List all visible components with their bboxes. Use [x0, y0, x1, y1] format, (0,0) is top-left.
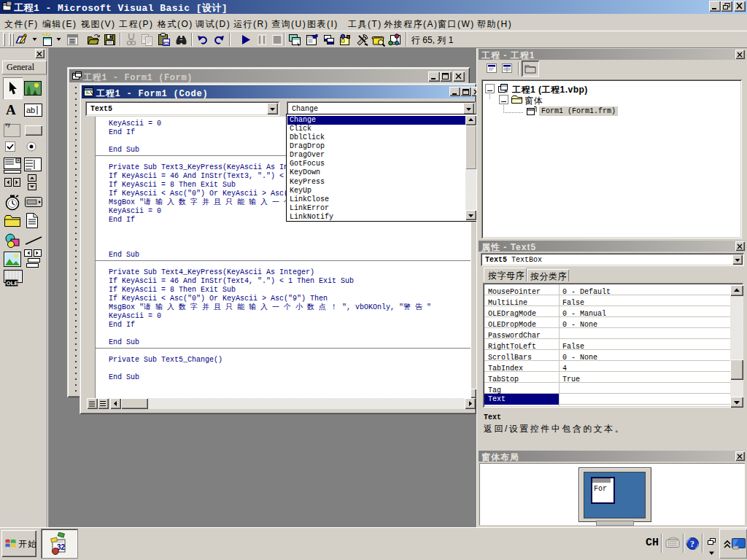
svg-text:?: ? [690, 539, 694, 549]
svg-text:xy: xy [5, 122, 11, 128]
svg-text:A: A [6, 104, 16, 116]
svg-text:ab: ab [26, 106, 35, 114]
svg-text:OLE: OLE [7, 280, 19, 287]
